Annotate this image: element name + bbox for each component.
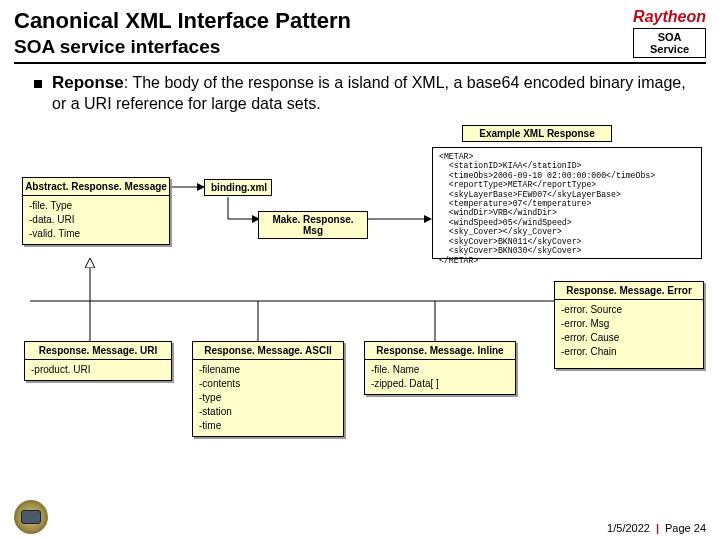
response-message-ascii-box: Response. Message. ASCII -filename -cont… [192,341,344,437]
footer-date: 1/5/2022 [607,522,650,534]
ascii-attrs: -filename -contents -type -station -time [193,360,343,436]
xml-sample: <METAR> <stationID>KIAA</stationID> <tim… [432,147,702,259]
attr: -error. Cause [561,331,697,345]
abstract-response-message-box: Abstract. Response. Message -file. Type … [22,177,170,245]
page-subtitle: SOA service interfaces [14,36,706,58]
attr: -contents [199,377,337,391]
bullet-text: Reponse: The body of the response is a i… [52,72,692,115]
inline-title: Response. Message. Inline [365,342,515,360]
ascii-title: Response. Message. ASCII [193,342,343,360]
attr: -file. Type [29,199,163,213]
abstract-title: Abstract. Response. Message [23,178,169,196]
bullet-icon [34,80,42,88]
attr: -type [199,391,337,405]
seal-icon [14,500,48,534]
footer-divider: | [656,522,659,534]
soa-line2: Service [648,43,691,55]
soa-line1: SOA [648,31,691,43]
make-response-msg-label: Make. Response. Msg [258,211,368,239]
error-attrs: -error. Source -error. Msg -error. Cause… [555,300,703,368]
bullet-body: The body of the response is a island of … [52,74,686,112]
attr: -file. Name [371,363,509,377]
attr: -valid. Time [29,227,163,241]
page-title: Canonical XML Interface Pattern [14,8,706,34]
attr: -error. Msg [561,317,697,331]
brand-block: Raytheon SOA Service [633,8,706,58]
response-message-inline-box: Response. Message. Inline -file. Name -z… [364,341,516,395]
header-divider [14,62,706,64]
error-title: Response. Message. Error [555,282,703,300]
bullet-row: Reponse: The body of the response is a i… [0,72,720,115]
uri-title: Response. Message. URI [25,342,171,360]
inline-attrs: -file. Name -zipped. Data[ ] [365,360,515,394]
attr: -error. Chain [561,345,697,359]
attr: -filename [199,363,337,377]
attr: -data. URI [29,213,163,227]
attr: -time [199,419,337,433]
attr: -zipped. Data[ ] [371,377,509,391]
attr: -product. URI [31,363,165,377]
uri-attrs: -product. URI [25,360,171,380]
attr: -error. Source [561,303,697,317]
footer-page: Page 24 [665,522,706,534]
example-xml-response-label: Example XML Response [462,125,612,142]
bullet-lead: Reponse [52,73,124,92]
diagram-canvas: Example XML Response <METAR> <stationID>… [0,121,720,491]
attr: -station [199,405,337,419]
binding-xml-label: binding.xml [204,179,272,196]
response-message-uri-box: Response. Message. URI -product. URI [24,341,172,381]
abstract-attrs: -file. Type -data. URI -valid. Time [23,196,169,244]
soa-service-box: SOA Service [633,28,706,58]
footer: 1/5/2022 | Page 24 [607,522,706,534]
response-message-error-box: Response. Message. Error -error. Source … [554,281,704,369]
brand-logo: Raytheon [633,8,706,26]
header: Canonical XML Interface Pattern SOA serv… [0,0,720,64]
